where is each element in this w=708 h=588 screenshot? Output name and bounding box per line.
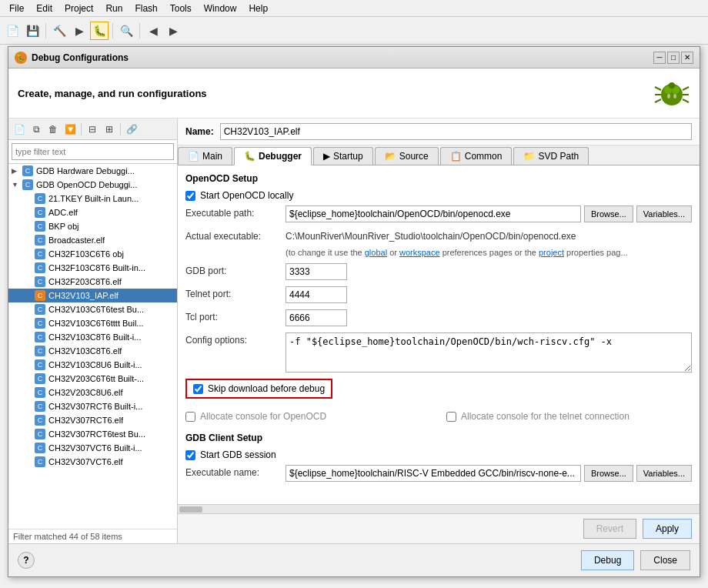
browse-exec-name-button[interactable]: Browse... bbox=[584, 465, 633, 482]
config-icon: C bbox=[35, 429, 45, 439]
menu-edit[interactable]: Edit bbox=[30, 2, 58, 15]
run-btn[interactable]: ▶ bbox=[70, 22, 88, 40]
save-btn[interactable]: 💾 bbox=[23, 22, 42, 40]
filter-input[interactable] bbox=[12, 143, 174, 160]
new-config-btn[interactable]: 📄 bbox=[12, 122, 27, 137]
new-btn[interactable]: 📄 bbox=[3, 22, 22, 40]
tree-item-ch32v103c8u6-builtin[interactable]: CCH32V103C8U6 Built-i... bbox=[8, 358, 177, 372]
gdb-port-row: GDB port: bbox=[185, 263, 692, 280]
tree-item-ch32v307vct6-builtin[interactable]: CCH32V307VCT6 Built-i... bbox=[8, 441, 177, 455]
tree-item-adc[interactable]: CADC.elf bbox=[8, 205, 177, 219]
gdb-section-title: GDB Client Setup bbox=[185, 433, 692, 443]
telnet-port-input[interactable] bbox=[286, 286, 347, 303]
hscrollbar[interactable] bbox=[178, 504, 700, 513]
link-btn[interactable]: 🔗 bbox=[124, 122, 139, 137]
tree-item-ch32v103c6t6tttt[interactable]: CCH32V103C6T6tttt Buil... bbox=[8, 316, 177, 330]
forward-btn[interactable]: ▶ bbox=[164, 22, 182, 40]
filter-config-btn[interactable]: 🔽 bbox=[62, 122, 78, 137]
allocate-telnet-label[interactable]: Allocate console for the telnet connecti… bbox=[461, 411, 630, 422]
tree-item-ch32v103c6t6test-bu[interactable]: CCH32V103C6T6test Bu... bbox=[8, 302, 177, 316]
dialog-header: Create, manage, and run configurations bbox=[8, 68, 700, 119]
skip-download-label[interactable]: Skip download before debug bbox=[208, 383, 325, 394]
start-openocd-checkbox[interactable] bbox=[185, 191, 195, 201]
menu-tools[interactable]: Tools bbox=[164, 2, 198, 15]
tree-item-ch32f103c8t6-builtin[interactable]: CCH32F103C8T6 Built-in... bbox=[8, 261, 177, 275]
config-name-input[interactable] bbox=[220, 123, 692, 140]
tree-item-broadcaster[interactable]: CBroadcaster.elf bbox=[8, 233, 177, 247]
tab-main[interactable]: 📄Main bbox=[178, 147, 232, 165]
variables-exec-button[interactable]: Variables... bbox=[636, 205, 692, 222]
apply-button[interactable]: Apply bbox=[643, 519, 692, 539]
tab-svd_path[interactable]: 📁SVD Path bbox=[513, 147, 589, 165]
maximize-button[interactable]: □ bbox=[667, 52, 680, 64]
project-link[interactable]: project bbox=[539, 248, 564, 257]
collapse-all-btn[interactable]: ⊟ bbox=[85, 122, 100, 137]
start-openocd-label[interactable]: Start OpenOCD locally bbox=[200, 190, 293, 201]
tab-startup[interactable]: ▶Startup bbox=[313, 147, 373, 165]
allocate-telnet-checkbox[interactable] bbox=[446, 412, 456, 422]
tree-item-ch32v307rct6test-bu[interactable]: CCH32V307RCT6test Bu... bbox=[8, 427, 177, 441]
allocate-telnet-row: Allocate console for the telnet connecti… bbox=[446, 411, 692, 422]
variables-exec-name-button[interactable]: Variables... bbox=[636, 465, 692, 482]
close-button[interactable]: ✕ bbox=[681, 52, 693, 64]
debug-button[interactable]: Debug bbox=[581, 550, 634, 570]
tree-item-ch32v203c6t6tt[interactable]: CCH32V203C6T6tt Built-... bbox=[8, 372, 177, 386]
tree-item-bkp-obj[interactable]: CBKP obj bbox=[8, 219, 177, 233]
skip-download-checkbox[interactable] bbox=[193, 384, 203, 394]
menu-flash[interactable]: Flash bbox=[129, 2, 163, 15]
tree-item-gdb-hardware[interactable]: ▶CGDB Hardware Debuggi... bbox=[8, 164, 177, 178]
actual-executable-value: C:\MounRiver\MounRiver_Studio\toolchain/… bbox=[286, 229, 692, 242]
tree-item-ch32v103-iap[interactable]: CCH32V103_IAP.elf bbox=[8, 289, 177, 302]
config-icon: C bbox=[35, 221, 45, 232]
allocate-openocd-checkbox[interactable] bbox=[185, 412, 195, 422]
tree-item-ch32f103c6t6-obj[interactable]: CCH32F103C6T6 obj bbox=[8, 247, 177, 261]
duplicate-config-btn[interactable]: ⧉ bbox=[28, 122, 44, 137]
start-gdb-checkbox[interactable] bbox=[185, 450, 195, 460]
tree-item-tkey-builtin[interactable]: C21.TKEY Built-in Laun... bbox=[8, 192, 177, 205]
hscroll-thumb[interactable] bbox=[179, 506, 202, 513]
help-button[interactable]: ? bbox=[18, 552, 35, 569]
config-options-textarea[interactable] bbox=[286, 332, 692, 373]
tree-item-label: CH32V103C8T6.elf bbox=[48, 346, 122, 356]
tab-common[interactable]: 📋Common bbox=[440, 147, 513, 165]
telnet-port-label: Telnet port: bbox=[185, 286, 286, 299]
revert-button[interactable]: Revert bbox=[583, 519, 636, 539]
menu-window[interactable]: Window bbox=[198, 2, 243, 15]
menu-file[interactable]: File bbox=[3, 2, 30, 15]
tree-item-label: CH32F103C8T6 Built-in... bbox=[48, 263, 145, 272]
tree-item-ch32f203c8t6[interactable]: CCH32F203C8T6.elf bbox=[8, 275, 177, 289]
close-dialog-button[interactable]: Close bbox=[640, 550, 690, 570]
executable-path-input[interactable] bbox=[286, 205, 581, 222]
menu-help[interactable]: Help bbox=[242, 2, 274, 15]
delete-config-btn[interactable]: 🗑 bbox=[45, 122, 61, 137]
browse-exec-button[interactable]: Browse... bbox=[584, 205, 633, 222]
dialog-body: 📄 ⧉ 🗑 🔽 ⊟ ⊞ 🔗 ▶CGDB Hardware Debuggi...▼… bbox=[8, 119, 700, 543]
global-link[interactable]: global bbox=[365, 248, 387, 257]
tab-source[interactable]: 📂Source bbox=[375, 147, 439, 165]
search-btn[interactable]: 🔍 bbox=[117, 22, 135, 40]
debug-btn[interactable]: 🐛 bbox=[90, 22, 109, 40]
build-btn[interactable]: 🔨 bbox=[50, 22, 68, 40]
menu-run[interactable]: Run bbox=[99, 2, 129, 15]
executable-name-input[interactable] bbox=[286, 465, 581, 482]
tree-item-ch32v307rct6[interactable]: CCH32V307RCT6.elf bbox=[8, 413, 177, 427]
tree-area: ▶CGDB Hardware Debuggi...▼CGDB OpenOCD D… bbox=[8, 164, 177, 529]
tree-item-gdb-openocd[interactable]: ▼CGDB OpenOCD Debuggi... bbox=[8, 178, 177, 192]
back-btn[interactable]: ◀ bbox=[144, 22, 162, 40]
tcl-port-input[interactable] bbox=[286, 309, 347, 326]
tree-item-ch32v203c8u6[interactable]: CCH32V203C8U6.elf bbox=[8, 386, 177, 399]
start-gdb-label[interactable]: Start GDB session bbox=[200, 449, 276, 460]
svg-point-11 bbox=[673, 94, 676, 99]
allocate-console-row: Allocate console for OpenOCD Allocate co… bbox=[185, 411, 692, 426]
workspace-link[interactable]: workspace bbox=[399, 248, 440, 257]
expand-all-btn[interactable]: ⊞ bbox=[102, 122, 117, 137]
minimize-button[interactable]: ─ bbox=[653, 52, 666, 64]
tree-item-ch32v103c8t6[interactable]: CCH32V103C8T6.elf bbox=[8, 344, 177, 358]
gdb-port-input[interactable] bbox=[286, 263, 347, 280]
tree-item-ch32v307rct6-builtin[interactable]: CCH32V307RCT6 Built-i... bbox=[8, 399, 177, 413]
tab-debugger[interactable]: 🐛Debugger bbox=[234, 147, 312, 165]
tree-item-ch32v103c8t6-builtin[interactable]: CCH32V103C8T6 Built-i... bbox=[8, 330, 177, 344]
menu-project[interactable]: Project bbox=[58, 2, 99, 15]
tree-item-ch32v307vct6[interactable]: CCH32V307VCT6.elf bbox=[8, 455, 177, 469]
allocate-openocd-label[interactable]: Allocate console for OpenOCD bbox=[200, 411, 326, 422]
